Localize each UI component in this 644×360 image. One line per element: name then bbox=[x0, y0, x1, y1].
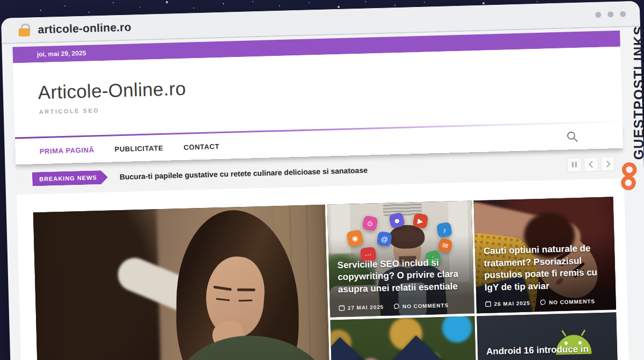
pause-icon bbox=[572, 162, 577, 167]
at-icon: @ bbox=[377, 231, 392, 247]
article-title[interactable]: Serviciile SEO includ si copywriting? O … bbox=[337, 256, 467, 296]
ticker-controls bbox=[567, 156, 615, 172]
address-bar-url[interactable]: articole-online.ro bbox=[38, 20, 131, 36]
featured-articles-grid: ◉⊙⋯@☻▶♪✉∴ Serviciile SEO includ si copyw… bbox=[17, 197, 631, 360]
article-date: 26 MAI 2025 bbox=[485, 300, 530, 307]
comment-icon bbox=[393, 303, 400, 309]
search-icon[interactable] bbox=[566, 131, 579, 143]
next-button[interactable] bbox=[600, 156, 615, 171]
window-dot-icon[interactable] bbox=[595, 11, 601, 17]
calendar-icon bbox=[339, 305, 345, 311]
breaking-news-headline[interactable]: Bucura-ti papilele gustative cu retete c… bbox=[120, 166, 368, 181]
two-women-consoling-photo bbox=[33, 205, 331, 360]
chevron-left-icon bbox=[588, 161, 595, 168]
window-dot-icon[interactable] bbox=[608, 11, 613, 17]
window-controls bbox=[595, 11, 626, 18]
nav-item-publicitate[interactable]: PUBLICITATE bbox=[114, 143, 163, 153]
nav-item-prima-pagina[interactable]: PRIMA PAGINĂ bbox=[40, 146, 94, 155]
site-tagline: ARTICOLE SEO bbox=[39, 107, 100, 115]
guestpostlinks-watermark-text: GUESTPOSTLINKS bbox=[631, 12, 644, 174]
balloons-graduation-photo bbox=[330, 316, 478, 360]
play-icon: ▶ bbox=[413, 213, 429, 229]
padlock-icon bbox=[18, 24, 31, 37]
calendar-icon bbox=[485, 300, 492, 307]
browser-window: articole-online.ro joi, mai 29, 2025 Art… bbox=[1, 1, 644, 360]
padlock-body bbox=[19, 28, 30, 37]
article-card-hero[interactable] bbox=[33, 205, 331, 360]
site-root: joi, mai 29, 2025 Articole-Online.ro ART… bbox=[12, 31, 631, 360]
site-title[interactable]: Articole-Online.ro bbox=[38, 78, 186, 103]
music-icon: ♪ bbox=[436, 222, 452, 238]
browser-viewport: joi, mai 29, 2025 Articole-Online.ro ART… bbox=[2, 27, 644, 360]
window-dot-icon[interactable] bbox=[620, 11, 626, 17]
article-card-psoriazis[interactable]: Cauti optiuni naturale de tratament? Pso… bbox=[474, 197, 617, 313]
current-date: joi, mai 29, 2025 bbox=[37, 49, 86, 58]
starfield-background bbox=[0, 0, 1, 1]
article-card-balloons[interactable] bbox=[330, 316, 478, 360]
previous-button[interactable] bbox=[583, 157, 598, 172]
chain-link-icon bbox=[617, 162, 641, 192]
article-card-seo-copywriting[interactable]: ◉⊙⋯@☻▶♪✉∴ Serviciile SEO includ si copyw… bbox=[327, 200, 475, 317]
masthead: Articole-Online.ro ARTICOLE SEO PRIMA PA… bbox=[13, 47, 623, 165]
pause-button[interactable] bbox=[567, 157, 582, 172]
photo-vignette bbox=[33, 205, 331, 360]
chevron-right-icon bbox=[603, 160, 610, 167]
article-card-android16[interactable]: Android 16 introduce in bbox=[477, 312, 619, 360]
comment-icon bbox=[540, 299, 546, 306]
article-title[interactable]: Cauti optiuni naturale de tratament? Pso… bbox=[484, 242, 609, 294]
breaking-news-badge: BREAKING NEWS bbox=[32, 170, 108, 186]
article-date: 27 MAI 2025 bbox=[339, 304, 384, 311]
nav-item-contact[interactable]: CONTACT bbox=[184, 142, 219, 152]
